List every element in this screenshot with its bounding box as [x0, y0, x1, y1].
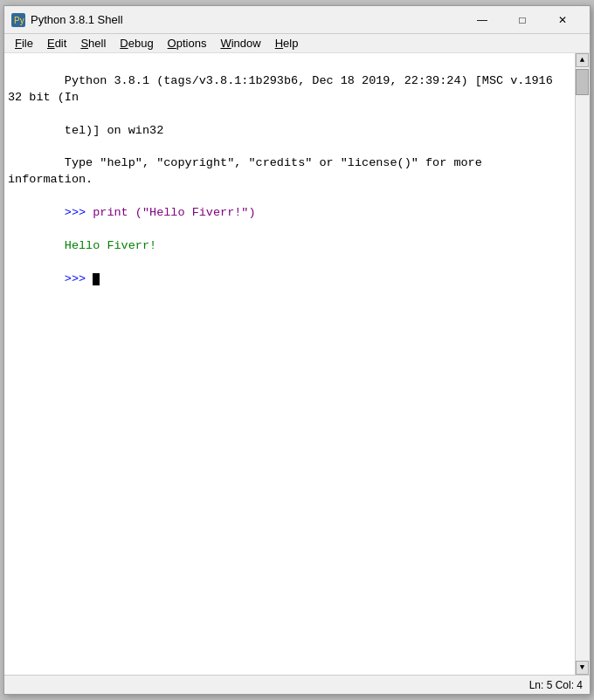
menu-debug[interactable]: Debug: [113, 35, 160, 51]
menu-file[interactable]: File: [8, 35, 40, 51]
menu-edit[interactable]: Edit: [40, 35, 73, 51]
banner-line2: tel)] on win32: [65, 124, 163, 137]
python-icon: Py: [11, 13, 25, 27]
window-title: Python 3.8.1 Shell: [31, 13, 462, 26]
banner-line3: Type "help", "copyright", "credits" or "…: [8, 156, 489, 186]
shell-output: Python 3.8.1 (tags/v3.8.1:1b293b6, Dec 1…: [8, 57, 557, 304]
status-position: Ln: 5 Col: 4: [529, 679, 583, 691]
shell-content-area: Python 3.8.1 (tags/v3.8.1:1b293b6, Dec 1…: [4, 53, 590, 675]
menu-help[interactable]: Help: [268, 35, 306, 51]
menu-bar: File Edit Shell Debug Options Window Hel…: [4, 34, 590, 53]
title-bar: Py Python 3.8.1 Shell — □ ✕: [4, 6, 590, 34]
prompt1: >>>: [65, 206, 93, 219]
shell-text-area[interactable]: Python 3.8.1 (tags/v3.8.1:1b293b6, Dec 1…: [4, 53, 575, 675]
close-button[interactable]: ✕: [542, 6, 583, 34]
scrollbar[interactable]: ▲ ▼: [575, 53, 590, 675]
menu-window[interactable]: Window: [213, 35, 267, 51]
scrollbar-thumb[interactable]: [576, 69, 589, 95]
status-bar: Ln: 5 Col: 4: [4, 675, 590, 694]
command1: print ("Hello Fiverr!"): [93, 206, 255, 219]
scrollbar-down-button[interactable]: ▼: [576, 661, 589, 675]
scrollbar-up-button[interactable]: ▲: [576, 53, 589, 67]
python-shell-window: Py Python 3.8.1 Shell — □ ✕ File Edit Sh…: [3, 5, 591, 695]
menu-shell[interactable]: Shell: [73, 35, 113, 51]
output1: Hello Fiverr!: [65, 239, 156, 252]
maximize-button[interactable]: □: [502, 6, 542, 34]
window-controls: — □ ✕: [462, 6, 583, 34]
svg-text:Py: Py: [14, 16, 24, 25]
banner-line1: Python 3.8.1 (tags/v3.8.1:1b293b6, Dec 1…: [8, 74, 560, 104]
minimize-button[interactable]: —: [462, 6, 502, 34]
prompt2: >>>: [65, 272, 93, 285]
cursor: [93, 273, 100, 285]
menu-options[interactable]: Options: [161, 35, 214, 51]
